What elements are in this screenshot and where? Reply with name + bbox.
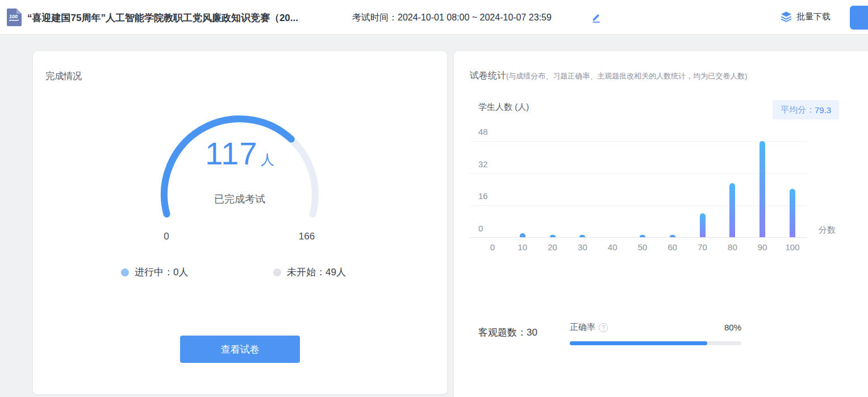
objective-count: 客观题数：30 (478, 326, 537, 339)
accuracy-progress-bar (570, 341, 741, 345)
y-tick-32: 32 (478, 159, 499, 170)
completion-card: 完成情况 117人 已完成考试 0 166 进行中：0人 未开始：49人 查看试… (33, 51, 447, 394)
y-axis-title: 学生人数 (人) (478, 102, 529, 113)
bar-score-70 (700, 213, 706, 237)
x-axis-title: 分数 (819, 225, 836, 235)
legend-not-started: 未开始：49人 (273, 266, 346, 279)
completed-unit: 人 (261, 152, 274, 167)
gridline-32 (470, 173, 807, 173)
not-started-label: 未开始：49人 (287, 266, 346, 279)
bar-score-20 (550, 235, 556, 237)
x-tick-30: 30 (571, 242, 594, 252)
not-started-dot-icon (273, 268, 281, 276)
stats-card-title: 试卷统计 (470, 71, 506, 80)
y-tick-16: 16 (478, 191, 499, 202)
x-tick-40: 40 (601, 242, 624, 252)
x-tick-50: 50 (631, 242, 654, 252)
gridline-48 (470, 141, 807, 142)
x-tick-70: 70 (691, 242, 714, 252)
gridline-16 (470, 205, 807, 206)
batch-download-label: 批量下载 (796, 11, 831, 22)
completion-card-title: 完成情况 (45, 71, 82, 82)
x-tick-60: 60 (661, 242, 684, 252)
score-chart-plot (470, 131, 807, 238)
header-action-button[interactable] (850, 6, 868, 30)
batch-download-button[interactable]: 批量下载 (781, 11, 831, 22)
y-tick-0: 0 (478, 223, 499, 234)
y-tick-48: 48 (478, 126, 499, 138)
bar-score-80 (729, 183, 735, 237)
x-tick-90: 90 (751, 242, 774, 252)
average-score-label: 平均分： (781, 105, 815, 115)
x-tick-100: 100 (781, 242, 804, 252)
objective-count-value: 30 (527, 327, 537, 338)
accuracy-percent: 80% (724, 322, 741, 332)
bar-score-60 (670, 235, 675, 237)
exam-title: “喜迎建国75周年”人工智能学院教职工党风廉政知识竞赛（20... (27, 11, 298, 24)
x-tick-20: 20 (541, 242, 564, 252)
in-progress-label: 进行中：0人 (135, 266, 188, 279)
exam-time-value: 2024-10-01 08:00 ~ 2024-10-07 23:59 (398, 13, 552, 22)
gauge-max-label: 166 (290, 231, 324, 242)
accuracy-progress-fill (570, 341, 707, 345)
objective-count-label: 客观题数： (478, 327, 527, 338)
x-tick-80: 80 (721, 242, 744, 252)
x-tick-0: 0 (481, 242, 504, 252)
svg-text:100: 100 (9, 14, 18, 19)
gauge-caption: 已完成考试 (157, 192, 322, 206)
legend-in-progress: 进行中：0人 (121, 266, 188, 279)
exam-time-label: 考试时间： (352, 13, 398, 22)
edit-time-icon[interactable] (591, 13, 602, 23)
stats-card: 试卷统计(与成绩分布、习题正确率、主观题批改相关的人数统计，均为已交卷人数) 学… (454, 51, 868, 397)
bar-score-10 (520, 233, 525, 237)
accuracy-row: 正确率 ? 80% (570, 322, 741, 333)
x-tick-10: 10 (511, 242, 534, 252)
gauge-center-value: 117人 (157, 138, 322, 169)
accuracy-label: 正确率 (570, 322, 595, 333)
average-score-value: 79.3 (815, 105, 831, 115)
stats-card-title-row: 试卷统计(与成绩分布、习题正确率、主观题批改相关的人数统计，均为已交卷人数) (470, 70, 748, 82)
stats-card-subtitle: (与成绩分布、习题正确率、主观题批改相关的人数统计，均为已交卷人数) (506, 72, 748, 80)
exam-paper-icon: 100 (7, 9, 22, 26)
top-header-bar: 100 “喜迎建国75周年”人工智能学院教职工党风廉政知识竞赛（20... 考试… (0, 0, 868, 35)
in-progress-dot-icon (121, 268, 129, 276)
average-score-badge: 平均分： 79.3 (773, 100, 839, 119)
bar-score-100 (790, 189, 795, 237)
bar-score-30 (579, 235, 585, 237)
gauge-min-label: 0 (149, 231, 183, 242)
completed-count: 117 (205, 135, 257, 171)
layers-icon (781, 11, 792, 22)
bar-score-90 (760, 141, 765, 238)
view-paper-button[interactable]: 查看试卷 (180, 336, 300, 363)
help-icon[interactable]: ? (599, 323, 608, 332)
exam-time: 考试时间：2024-10-01 08:00 ~ 2024-10-07 23:59 (352, 12, 552, 24)
bar-score-50 (640, 235, 645, 237)
